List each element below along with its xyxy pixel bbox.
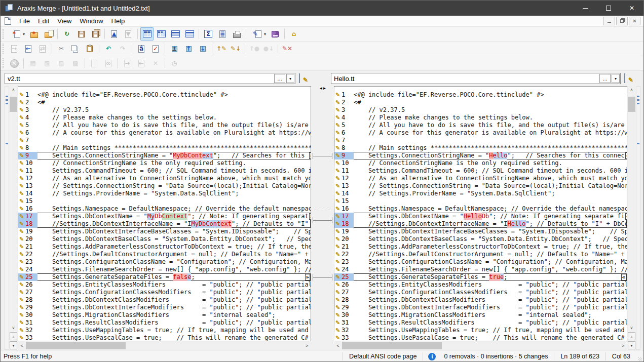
minimize-button[interactable] [574,1,597,16]
menu-item-window[interactable]: Window [75,16,107,27]
scroll-thumb[interactable] [26,342,126,349]
code-line-29[interactable]: ✎29 Settings.DbContextInterfaceModifiers… [334,304,627,311]
toolbar-grip[interactable] [3,58,5,68]
left-edit-file-button[interactable]: ✎ [299,74,307,83]
left-overview-strip[interactable] [5,86,9,350]
scroll-left-button[interactable]: < [334,341,342,350]
next-change-nav-button[interactable]: ▼ [628,341,635,349]
two-way-comparison-button[interactable] [140,27,154,41]
open-file-button[interactable] [42,27,55,41]
right-overview-strip[interactable] [636,86,640,350]
toolbar-grip[interactable] [3,44,5,54]
horizontal-layout-alt-button[interactable] [183,27,196,41]
scroll-down-button[interactable]: ∨ [627,324,636,332]
code-line-9[interactable]: ✎9 Settings.ConnectionStringName = "MyDb… [18,152,311,159]
code-line-7[interactable]: ✎7 [334,137,627,144]
font-button[interactable]: â [135,42,148,55]
code-line-2[interactable]: ✎2<# [18,99,311,106]
code-line-13[interactable]: ✎13 // Settings.ConnectionString = "Data… [18,182,311,190]
code-line-30[interactable]: ✎30 Settings.MigrationClassModifiers = "… [334,311,627,319]
code-line-12[interactable]: ✎12 // As an alternative to ConnectionSt… [334,175,627,182]
open-comparison-button[interactable]: * [27,27,41,41]
code-line-11[interactable]: ✎11 Settings.CommandTimeout = 600; // SQ… [18,167,311,175]
code-line-17[interactable]: ✎17 Settings.DbContextName = "MyDbContex… [18,213,311,220]
code-line-12[interactable]: ✎12 // As an alternative to ConnectionSt… [18,175,311,182]
right-vertical-scrollbar[interactable] [627,94,636,324]
code-line-24[interactable]: ✎24 Settings.FilenameSearchOrder = new[]… [334,266,627,273]
code-line-26[interactable]: ✎26 Settings.EntityClassesModifiers = "p… [18,281,311,289]
code-line-31[interactable]: ✎31 Settings.ResultClassModifiers = "pub… [18,319,311,327]
code-line-1[interactable]: ✎1<#@ include file="EF.Reverse.POCO.Core… [18,91,311,99]
menu-item-help[interactable]: Help [107,16,129,27]
code-line-7[interactable]: ✎7 [18,137,311,144]
scroll-down-button[interactable]: ∨ [9,324,18,332]
code-line-30[interactable]: ✎30 Settings.MigrationClassModifiers = "… [18,311,311,319]
left-file-path-input[interactable] [5,73,274,84]
code-line-19[interactable]: ✎19 Settings.DbContextInterfaceBaseClass… [334,228,627,235]
previous-change-button[interactable]: ↑✎ [215,42,228,55]
code-line-20[interactable]: ✎20 Settings.DbContextBaseClass = "Syste… [334,235,627,243]
toolbar-grip[interactable] [3,29,5,39]
code-line-8[interactable]: ✎8 // Main settings ********************… [18,144,311,152]
three-way-comparison-button[interactable] [155,27,168,41]
report-button[interactable]: ≣ [216,27,229,41]
undo-button[interactable]: ↶ [102,42,115,55]
code-line-18[interactable]: ✎18 //Settings.DbContextInterfaceName = … [334,220,627,228]
left-code-view[interactable]: ✎1<#@ include file="EF.Reverse.POCO.Core… [18,86,311,341]
code-line-6[interactable]: ✎6 // A course for this generator is ava… [334,129,627,137]
scroll-right-button[interactable]: > [303,341,311,350]
code-line-32[interactable]: ✎32 Settings.UseMappingTables = true; //… [18,327,311,334]
code-line-18[interactable]: ✎18 //Settings.DbContextInterfaceName = … [18,220,311,228]
code-line-20[interactable]: ✎20 Settings.DbContextBaseClass = "Syste… [18,235,311,243]
replace-left-button[interactable]: ← [22,42,35,55]
code-line-19[interactable]: ✎19 Settings.DbContextInterfaceBaseClass… [18,228,311,235]
code-line-4[interactable]: ✎4 // Please make changes to the setting… [334,114,627,122]
mdi-minimize-button[interactable] [603,17,615,25]
remove-all-edits-button[interactable]: ✎✕ [281,42,294,55]
refresh-button[interactable]: ↻ [60,27,73,41]
scroll-thumb[interactable] [342,342,442,349]
scroll-thumb[interactable] [628,97,635,112]
cut-button[interactable]: ✂ [55,42,68,55]
menu-item-file[interactable]: File [15,16,34,27]
code-line-9[interactable]: ✎9 Settings.ConnectionStringName = "Hell… [334,152,627,159]
code-line-24[interactable]: ✎24 Settings.FilenameSearchOrder = new[]… [18,266,311,273]
code-line-25[interactable]: ✎25 Settings.GenerateSeparateFiles = tru… [334,273,627,281]
change-mark[interactable] [637,96,639,97]
code-line-2[interactable]: ✎2<# [334,99,627,106]
maximize-button[interactable] [597,1,620,16]
code-line-17[interactable]: ✎17 Settings.DbContextName = "HelloDb"; … [334,213,627,220]
right-browse-button[interactable]: … [599,74,611,83]
home-button[interactable]: ⌂ [287,27,300,41]
expand-collapse-blocks-button[interactable]: ± [168,42,181,55]
scroll-up-button[interactable]: ∧ [627,86,636,94]
code-line-28[interactable]: ✎28 Settings.DbContextClassModifiers = "… [18,296,311,304]
right-horizontal-scrollbar[interactable]: < > [334,341,627,350]
promote-file-button[interactable]: ▲ [107,27,121,41]
save-button[interactable] [74,27,88,41]
info-icon[interactable]: i [428,353,436,360]
dropdown-arrow-icon[interactable]: ▾ [23,27,25,41]
code-line-11[interactable]: ✎11 Settings.CommandTimeout = 600; // SQ… [334,167,627,175]
code-line-27[interactable]: ✎27 Settings.ConfigurationClassesModifie… [334,289,627,296]
left-vertical-scrollbar[interactable] [9,94,18,324]
right-edit-file-button[interactable]: ✎ [624,74,632,83]
code-line-13[interactable]: ✎13 // Settings.ConnectionString = "Data… [334,182,627,190]
print-button[interactable] [230,27,243,41]
mdi-close-button[interactable]: ✕ [629,17,640,25]
right-code-view[interactable]: ✎1<#@ include file="EF.Reverse.POCO.Core… [334,86,627,341]
spelling-button[interactable]: ✓ [149,42,162,55]
menu-item-edit[interactable]: Edit [34,16,53,27]
code-line-3[interactable]: ✎3 // v2.37.5 [18,106,311,114]
resize-grip[interactable] [636,350,643,362]
left-path-history-dropdown[interactable]: ▾ [286,74,294,83]
right-path-history-dropdown[interactable]: ▾ [612,74,620,83]
horizontal-layout-button[interactable] [169,27,182,41]
next-change-button[interactable]: ✎↓ [229,42,242,55]
code-line-10[interactable]: ✎10 // ConnectionStringName is the only … [334,159,627,167]
scroll-right-button[interactable]: > [619,341,627,350]
change-mark[interactable] [6,96,8,97]
code-line-22[interactable]: ✎22 //Settings.DefaultConstructorArgumen… [334,251,627,258]
code-line-23[interactable]: ✎23 Settings.ConfigurationClassName = "C… [334,258,627,266]
code-line-33[interactable]: ✎33 Settings.UsePascalCase = true; // Th… [334,334,627,341]
